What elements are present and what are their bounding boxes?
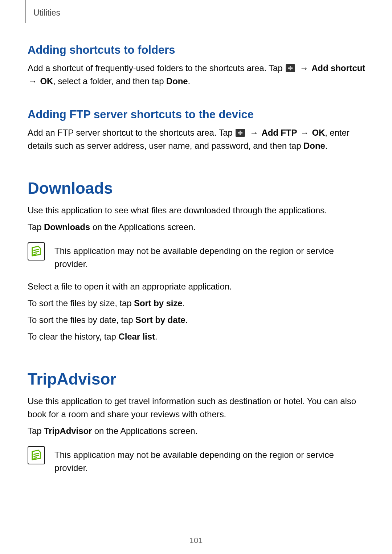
paragraph-clear-list: To clear the history, tap Clear list. (28, 330, 367, 343)
page-number: 101 (0, 536, 392, 545)
text: . (188, 76, 191, 86)
text: . (155, 332, 158, 341)
label-ok: OK (40, 76, 53, 86)
note-block: This application may not be available de… (28, 446, 367, 475)
note-icon (28, 446, 45, 464)
label-add-ftp: Add FTP (261, 128, 297, 138)
paragraph-tripadvisor-tap: Tap TripAdvisor on the Applications scre… (28, 424, 367, 438)
note-block: This application may not be available de… (28, 242, 367, 271)
arrow-icon: → (28, 75, 38, 88)
manual-page: Utilities Adding shortcuts to folders Ad… (0, 0, 392, 554)
text: Add a shortcut of frequently-used folder… (28, 63, 285, 73)
paragraph-select-file: Select a file to open it with an appropr… (28, 280, 367, 293)
heading-downloads: Downloads (28, 179, 367, 197)
text: . (325, 141, 328, 151)
label-sort-by-date: Sort by date (135, 315, 185, 325)
page-header: Utilities (25, 7, 367, 23)
paragraph-shortcuts-folders: Add a shortcut of frequently-used folder… (28, 62, 367, 88)
heading-adding-ftp-shortcuts: Adding FTP server shortcuts to the devic… (28, 108, 367, 121)
note-icon (28, 242, 45, 260)
text: . (185, 315, 188, 325)
arrow-icon: → (249, 126, 259, 139)
text: on the Applications screen. (90, 222, 196, 232)
text: To sort the files by size, tap (28, 298, 134, 308)
page-content: Adding shortcuts to folders Add a shortc… (25, 44, 367, 475)
heading-tripadvisor: TripAdvisor (28, 370, 367, 388)
arrow-icon: → (299, 62, 309, 75)
paragraph-downloads-tap: Tap Downloads on the Applications screen… (28, 221, 367, 234)
label-downloads: Downloads (44, 222, 90, 232)
text: Tap (28, 426, 44, 436)
add-icon (286, 64, 295, 72)
label-tripadvisor: TripAdvisor (44, 426, 92, 436)
note-text: This application may not be available de… (54, 242, 367, 271)
label-done: Done (303, 141, 325, 151)
note-text: This application may not be available de… (54, 446, 367, 475)
text: , select a folder, and then tap (53, 76, 166, 86)
paragraph-tripadvisor-desc: Use this application to get travel infor… (28, 395, 367, 421)
section-breadcrumb: Utilities (33, 8, 60, 18)
label-sort-by-size: Sort by size (134, 298, 183, 308)
label-ok: OK (312, 128, 325, 138)
add-icon (236, 129, 245, 137)
text: Add an FTP server shortcut to the shortc… (28, 128, 235, 138)
arrow-icon: → (299, 126, 310, 139)
label-clear-list: Clear list (118, 332, 155, 341)
paragraph-ftp-shortcuts: Add an FTP server shortcut to the shortc… (28, 126, 367, 152)
text: To clear the history, tap (28, 332, 118, 341)
label-add-shortcut: Add shortcut (311, 63, 365, 73)
heading-adding-shortcuts-to-folders: Adding shortcuts to folders (28, 44, 367, 57)
paragraph-downloads-desc: Use this application to see what files a… (28, 204, 367, 217)
header-divider (25, 0, 26, 23)
label-done: Done (166, 76, 188, 86)
paragraph-sort-date: To sort the files by date, tap Sort by d… (28, 313, 367, 327)
text: . (183, 298, 185, 308)
text: on the Applications screen. (92, 426, 197, 436)
text: To sort the files by date, tap (28, 315, 135, 325)
paragraph-sort-size: To sort the files by size, tap Sort by s… (28, 297, 367, 310)
text: Tap (28, 222, 44, 232)
